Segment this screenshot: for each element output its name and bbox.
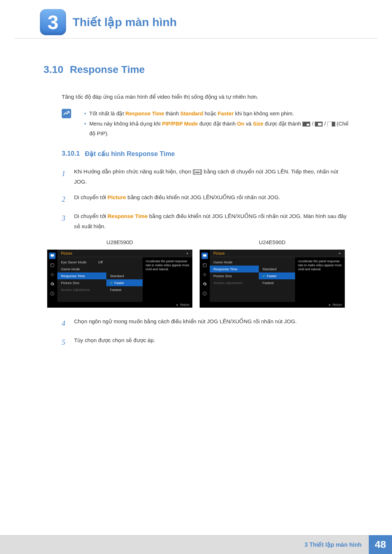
- left-arrow-icon: ◂: [328, 303, 330, 307]
- osd-help-text: Accelerate the panel response rate to ma…: [295, 257, 345, 308]
- kw-response-time: Response Time: [107, 213, 148, 219]
- t: Khi Hướng dẫn phím chức năng xuất hiện, …: [74, 168, 194, 175]
- steps-list-cont: 4 Chọn ngôn ngữ mong muốn bằng cách điều…: [62, 316, 348, 349]
- step-number: 2: [62, 192, 68, 206]
- step-number: 1: [62, 167, 68, 187]
- t: Tùy chọn được chọn sẽ được áp.: [74, 335, 155, 349]
- check-icon: ✔: [110, 281, 113, 285]
- osd-main: Picture▲ Game Mode Response Time Picture…: [210, 250, 345, 308]
- t: thành: [164, 111, 180, 116]
- check-icon: ✔: [262, 274, 265, 278]
- svg-rect-7: [203, 254, 207, 257]
- osd-menu-item: Game Mode: [57, 266, 106, 272]
- t: và: [244, 121, 253, 127]
- svg-rect-5: [52, 293, 53, 295]
- section-title: Response Time: [70, 64, 145, 75]
- return-label: Return: [180, 303, 189, 307]
- osd-panel: Picture▲ Eye Saver ModeOff Game Mode Res…: [47, 250, 192, 308]
- osd-model-a: U28E590D Picture▲ Eye Saver ModeOff Game…: [47, 239, 192, 308]
- osd-option-selected: ✔Faster: [106, 279, 143, 286]
- return-label: Return: [332, 303, 342, 307]
- step-number: 4: [62, 316, 68, 330]
- monitor-icon: [49, 253, 56, 259]
- osd-option: Standard: [106, 272, 143, 279]
- osd-menu: Game Mode Response Time Picture Size Scr…: [210, 257, 259, 308]
- kw-faster: Faster: [218, 111, 234, 116]
- note-block: Tốt nhất là đặt Response Time thành Stan…: [62, 109, 348, 139]
- page-footer: 3 Thiết lập màn hình 48: [0, 535, 392, 554]
- osd-option: Fastest: [106, 286, 143, 293]
- svg-rect-9: [203, 263, 207, 267]
- osd-sidebar: [200, 250, 210, 308]
- footer-page-number: 48: [369, 535, 392, 554]
- t: Di chuyển tới: [74, 213, 107, 219]
- subsection-title: Đặt cấu hình Response Time: [85, 150, 175, 158]
- svg-rect-13: [205, 292, 205, 293]
- t: Di chuyển tới: [74, 194, 107, 200]
- osd-option-selected: ✔Faster: [259, 272, 295, 279]
- osd-menu-item-selected: Response Time: [57, 272, 106, 279]
- osd-options: . . Standard ✔Faster Fastest: [106, 257, 143, 308]
- chapter-badge: 3: [40, 9, 66, 35]
- kw-standard: Standard: [180, 111, 203, 116]
- kw-picture: Picture: [107, 194, 126, 200]
- subsection-number: 3.10.1: [62, 150, 80, 158]
- osd-footer: ◂Return: [57, 302, 192, 308]
- kw-response-time: Response Time: [126, 111, 164, 116]
- t: được đặt thành: [264, 121, 303, 127]
- step: 3 Di chuyển tới Response Time bằng cách …: [62, 211, 348, 232]
- pip-small-icon: [302, 122, 310, 127]
- intro-text: Tăng tốc độ đáp ứng của màn hình để vide…: [62, 92, 348, 102]
- note-list: Tốt nhất là đặt Response Time thành Stan…: [78, 109, 348, 139]
- osd-menu-item-selected: Response Time: [210, 266, 259, 272]
- t: Menu này không khả dụng khi: [89, 121, 162, 127]
- osd-model-label: U24E590D: [200, 239, 345, 245]
- osd-menu-item: Picture Size: [57, 279, 106, 286]
- arrows-icon: [201, 271, 208, 278]
- svg-rect-0: [51, 254, 54, 257]
- osd-menu: Eye Saver ModeOff Game Mode Response Tim…: [57, 257, 106, 308]
- step-number: 5: [62, 335, 68, 349]
- step: 5 Tùy chọn được chọn sẽ được áp.: [62, 335, 348, 349]
- svg-point-10: [204, 264, 205, 265]
- osd-main: Picture▲ Eye Saver ModeOff Game Mode Res…: [57, 250, 192, 308]
- page-header: 3 Thiết lập màn hình: [15, 0, 377, 38]
- osd-option: Fastest: [259, 279, 295, 286]
- kw-size: Size: [253, 121, 264, 127]
- section-heading: 3.10 Response Time: [44, 64, 348, 75]
- t: Picture: [61, 251, 72, 255]
- chapter-title: Thiết lập màn hình: [73, 15, 177, 29]
- up-arrow-icon: ▲: [186, 251, 189, 255]
- step: 4 Chọn ngôn ngữ mong muốn bằng cách điều…: [62, 316, 348, 330]
- osd-title: Picture▲: [210, 250, 345, 257]
- pip-medium-icon: [315, 122, 323, 127]
- t: hoặc: [203, 111, 218, 116]
- t: Chọn ngôn ngữ mong muốn bằng cách điều k…: [74, 316, 297, 330]
- osd-menu-item-disabled: Screen Adjustment: [210, 279, 259, 286]
- osd-options: . Standard ✔Faster Fastest: [259, 257, 295, 308]
- t: bằng cách điều khiển nút JOG LÊN/XUỐNG r…: [126, 194, 280, 200]
- osd-panel: Picture▲ Game Mode Response Time Picture…: [200, 250, 345, 308]
- subsection-heading: 3.10.1 Đặt cấu hình Response Time: [62, 150, 348, 158]
- osd-menu-item: Picture Size: [210, 272, 259, 279]
- step: 1 Khi Hướng dẫn phím chức năng xuất hiện…: [62, 167, 348, 187]
- svg-rect-6: [52, 292, 53, 293]
- osd-footer: ◂Return: [210, 302, 345, 308]
- t: khi bạn không xem phim.: [234, 111, 294, 116]
- osd-menu-item-disabled: Screen Adjustment: [57, 286, 106, 293]
- up-arrow-icon: ▲: [338, 251, 341, 255]
- left-arrow-icon: ◂: [176, 303, 178, 307]
- svg-rect-1: [52, 257, 53, 257]
- osd-sidebar: [47, 250, 57, 308]
- info-icon: [49, 290, 56, 297]
- picture-icon: [49, 262, 56, 268]
- osd-row: U28E590D Picture▲ Eye Saver ModeOff Game…: [44, 239, 348, 308]
- t: được đặt thành: [198, 121, 237, 127]
- note-item: Menu này không khả dụng khi PIP/PBP Mode…: [84, 119, 348, 139]
- step-number: 3: [62, 211, 68, 232]
- t: Tốt nhất là đặt: [89, 111, 126, 116]
- note-icon: [62, 109, 71, 118]
- svg-rect-8: [204, 257, 205, 257]
- steps-list: 1 Khi Hướng dẫn phím chức năng xuất hiện…: [62, 167, 348, 232]
- svg-rect-2: [51, 263, 54, 267]
